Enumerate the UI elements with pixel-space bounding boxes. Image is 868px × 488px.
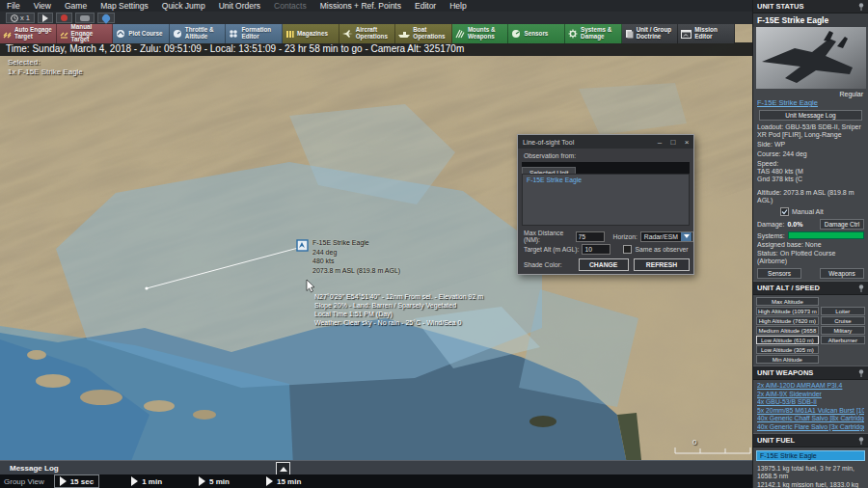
time-step-15sec[interactable]: 15 sec — [54, 474, 99, 488]
time-step-15min[interactable]: 15 min — [261, 475, 306, 487]
map-unit-altitude: 2073.8 m ASL (819.8 m AGL) — [312, 266, 400, 276]
weapon-link-chaff[interactable]: 40x Generic Chaff Salvo [8x Cartridges] — [757, 415, 864, 423]
weapons-panel-button[interactable]: Weapons — [820, 268, 864, 279]
message-log-bar[interactable]: Message Log — [0, 460, 752, 475]
cruise-button[interactable]: Cruise — [821, 316, 865, 325]
observer-list-item[interactable]: F-15E Strike Eagle — [523, 175, 689, 185]
high-altitude-10973-button[interactable]: High Altitude (10973 m — [756, 307, 819, 315]
systems-damage-button[interactable]: Systems & Damage — [565, 24, 622, 43]
shade-color-label: Shade Color: — [524, 261, 562, 268]
time-step-1min[interactable]: 1 min — [126, 475, 167, 487]
same-as-observer-checkbox[interactable] — [623, 245, 632, 254]
weapon-link-amraam[interactable]: 2x AIM-120D AMRAAM P3I.4 — [757, 382, 864, 391]
play-icon — [131, 476, 138, 486]
play-icon — [60, 476, 67, 486]
menu-view[interactable]: View — [27, 0, 58, 12]
shade-color-row: Shade Color: CHANGE REFRESH — [524, 258, 690, 271]
throttle-altitude-button[interactable]: Throttle & Altitude — [170, 24, 227, 43]
weapon-link-sidewinder[interactable]: 2x AIM-9X Sidewinder — [757, 391, 864, 399]
tactical-map[interactable] — [0, 0, 868, 488]
mission-editor-button[interactable]: Mission Editor — [678, 24, 735, 43]
record-button[interactable] — [56, 13, 72, 23]
unit-photo — [756, 27, 866, 89]
clock-icon — [11, 14, 18, 22]
medium-altitude-button[interactable]: Medium Altitude (3658 — [756, 326, 819, 335]
menu-editor[interactable]: Editor — [408, 0, 443, 12]
formation-editor-button[interactable]: Formation Editor — [226, 24, 283, 43]
loiter-button[interactable]: Loiter — [821, 307, 865, 315]
high-altitude-7620-button[interactable]: High Altitude (7620 m) — [756, 316, 819, 325]
menu-missions-ref-points[interactable]: Missions + Ref. Points — [313, 0, 408, 12]
bookmark-button[interactable] — [97, 13, 115, 23]
los-dialog-titlebar[interactable]: Line-of-sight Tool – □ × — [518, 135, 693, 149]
mounts-weapons-button[interactable]: Mounts & Weapons — [452, 24, 509, 43]
check-icon — [781, 208, 788, 215]
sensors-button-toolbar[interactable]: Sensors — [508, 24, 565, 43]
weapon-link-sdb[interactable]: 4x GBU-53/B SDB-II — [757, 398, 864, 407]
observer-list[interactable]: F-15E Strike Eagle — [522, 174, 690, 226]
boat-operations-button[interactable]: Boat Operations — [395, 24, 452, 43]
unit-weapons-header-label: UNIT WEAPONS — [757, 368, 813, 377]
message-log-expand-button[interactable] — [276, 462, 290, 475]
change-button[interactable]: CHANGE — [579, 258, 629, 271]
sensors-icon — [511, 29, 521, 39]
unit-alt-speed-header-label: UNIT ALT / SPEED — [757, 284, 820, 292]
time-compression-control[interactable]: x 1 — [6, 13, 35, 23]
minimize-button[interactable]: – — [653, 138, 666, 147]
low-altitude-305-button[interactable]: Low Altitude (305 m) — [756, 345, 819, 354]
camera-button[interactable] — [75, 13, 95, 23]
min-altitude-button[interactable]: Min Altitude — [756, 355, 819, 364]
time-step-15sec-label: 15 sec — [70, 477, 94, 486]
unit-fuel-header-label: UNIT FUEL — [757, 436, 795, 445]
plot-course-button[interactable]: Plot Course — [113, 24, 170, 43]
weapon-link-flare[interactable]: 40x Generic Flare Salvo [3x Cartridges, … — [757, 423, 864, 432]
sensors-toolbar-label: Sensors — [524, 31, 548, 38]
manual-alt-row: Manual Alt — [753, 205, 868, 218]
pin-icon[interactable] — [858, 285, 864, 292]
manual-alt-checkbox[interactable] — [780, 207, 789, 216]
maximize-button[interactable]: □ — [666, 138, 680, 147]
mission-editor-label: Mission Editor — [694, 27, 731, 41]
fuel-selected-unit[interactable]: F-15E Strike Eagle — [756, 450, 865, 461]
unit-group-doctrine-button[interactable]: Unit / Group Doctrine — [622, 24, 679, 43]
time-step-5min-label: 5 min — [209, 477, 230, 486]
close-button[interactable]: × — [680, 138, 693, 147]
auto-engage-target-button[interactable]: Auto Engage Target — [0, 24, 57, 43]
manual-engage-target-button[interactable]: Manual Engage Target — [57, 24, 114, 43]
sensors-panel-button[interactable]: Sensors — [757, 268, 801, 279]
unit-weapons-header: UNIT WEAPONS — [753, 366, 868, 380]
menu-file[interactable]: File — [0, 0, 27, 12]
manual-engage-icon — [60, 30, 68, 39]
afterburner-button[interactable]: Afterburner — [821, 336, 865, 344]
pin-icon[interactable] — [858, 437, 864, 445]
unit-database-link[interactable]: F-15E Strike Eagle — [753, 97, 868, 108]
pin-icon[interactable] — [858, 3, 864, 11]
menu-unit-orders[interactable]: Unit Orders — [212, 0, 267, 12]
unit-message-log-button[interactable]: Unit Message Log — [759, 110, 862, 121]
time-step-5min[interactable]: 5 min — [194, 475, 234, 487]
formation-editor-label: Formation Editor — [241, 27, 279, 41]
speed-label: Speed: — [753, 159, 868, 168]
damage-ctrl-button[interactable]: Damage Ctrl — [820, 219, 864, 230]
play-button[interactable] — [38, 13, 53, 23]
mission-editor-icon — [681, 30, 692, 39]
menu-game[interactable]: Game — [58, 0, 94, 12]
menu-help[interactable]: Help — [443, 0, 473, 12]
alt-speed-grid: Max Altitude High Altitude (10973 m High… — [753, 295, 868, 366]
pin-icon[interactable] — [858, 369, 864, 377]
menu-map-settings[interactable]: Map Settings — [94, 0, 155, 12]
weapons-list: 2x AIM-120D AMRAAM P3I.4 2x AIM-9X Sidew… — [753, 380, 868, 433]
max-altitude-button[interactable]: Max Altitude — [756, 297, 819, 306]
menu-quick-jump[interactable]: Quick Jump — [155, 0, 212, 12]
magazines-button[interactable]: Magazines — [283, 24, 339, 43]
weapon-link-vulcan[interactable]: 5x 20mm/85 M61A1 Vulcan Burst [100 rnds — [757, 407, 864, 416]
aircraft-operations-button[interactable]: Aircraft Operations — [339, 24, 396, 43]
map-unit-label[interactable]: F-15E Strike Eagle 244 deg 480 kts 2073.… — [312, 238, 400, 275]
military-button[interactable]: Military — [821, 326, 865, 335]
target-alt-input[interactable] — [582, 244, 610, 255]
app-window: F-15E Strike Eagle 244 deg 480 kts 2073.… — [0, 0, 868, 488]
low-altitude-610-button[interactable]: Low Altitude (610 m) — [756, 336, 819, 344]
max-distance-input[interactable] — [576, 231, 605, 242]
refresh-button[interactable]: REFRESH — [634, 258, 690, 271]
horizon-select[interactable]: Radar/ESM — [640, 231, 693, 242]
